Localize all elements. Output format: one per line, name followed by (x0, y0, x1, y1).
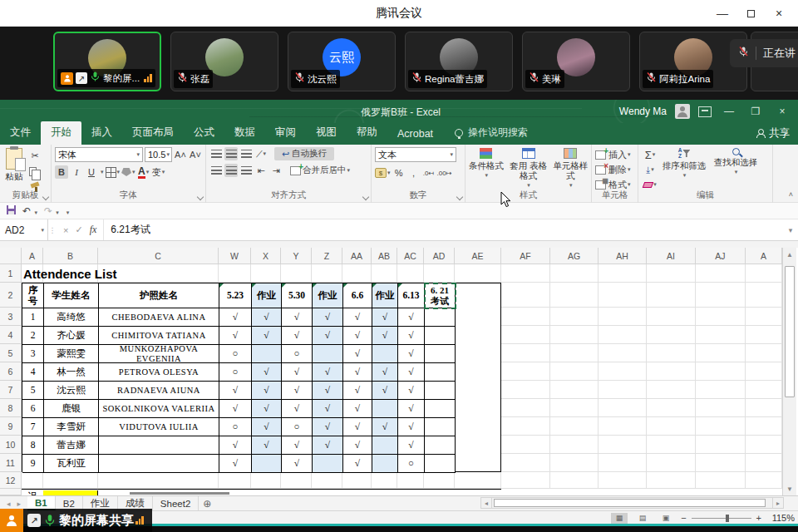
page-break-view-button[interactable]: ▣ (658, 513, 674, 524)
grid-cell[interactable] (746, 399, 782, 417)
cell-mark[interactable]: √ (398, 382, 425, 400)
cell-mark[interactable]: √ (372, 308, 398, 327)
sheet-tab-Sheet2[interactable]: Sheet2 (153, 496, 199, 510)
column-header-W[interactable]: W (219, 248, 251, 264)
grid-cell[interactable] (501, 308, 550, 326)
grid-cell[interactable] (501, 399, 550, 417)
cell-mark[interactable]: ○ (219, 363, 252, 382)
grid-cell[interactable] (696, 472, 746, 489)
participant-tile[interactable]: Regina蕾吉娜 (405, 32, 513, 91)
cell-student-name[interactable]: 沈云熙 (44, 382, 99, 400)
cell-mark[interactable]: √ (252, 436, 282, 455)
cell-student-name[interactable]: 高绮悠 (44, 308, 99, 327)
user-avatar[interactable] (675, 104, 690, 119)
cell-mark[interactable]: √ (372, 382, 398, 400)
grid-cell[interactable] (598, 308, 647, 326)
cell-mark[interactable]: √ (343, 308, 372, 327)
cell-mark[interactable]: √ (343, 327, 372, 345)
column-header-A[interactable]: A (746, 248, 782, 264)
cell-mark[interactable]: √ (219, 400, 252, 418)
italic-button[interactable]: I (70, 165, 83, 179)
grid-cell[interactable] (598, 283, 647, 308)
grid-cell[interactable] (501, 454, 550, 472)
cell-mark[interactable]: √ (343, 382, 372, 400)
column-header-AC[interactable]: AC (397, 248, 424, 264)
grid-cell[interactable] (550, 472, 598, 489)
column-header-AF[interactable]: AF (501, 248, 550, 264)
row-header-9[interactable]: 9 (0, 417, 22, 436)
column-header-Y[interactable]: Y (281, 248, 312, 264)
cell-mark[interactable]: ○ (282, 418, 313, 436)
cell-mark[interactable]: √ (219, 382, 252, 400)
grid-cell[interactable] (647, 454, 696, 472)
grid-cell[interactable] (501, 436, 550, 454)
cell-mark[interactable]: √ (343, 436, 372, 455)
participant-tile[interactable]: ↗ 黎的屏... (53, 32, 161, 91)
cell-mark[interactable] (372, 436, 398, 455)
cell-mark[interactable] (372, 400, 398, 418)
grid-cell[interactable] (550, 381, 598, 399)
cell-no[interactable]: 5 (22, 382, 44, 400)
cell-mark[interactable]: √ (372, 418, 398, 436)
cell-passport-name[interactable] (99, 455, 219, 473)
grid-cell[interactable] (550, 454, 598, 472)
cell-student-name[interactable]: 蕾吉娜 (44, 436, 99, 455)
row-header-4[interactable]: 4 (0, 326, 22, 344)
cell-mark[interactable]: √ (252, 382, 282, 400)
grid-cell[interactable] (647, 264, 696, 283)
grid-cell[interactable] (746, 436, 782, 454)
phonetic-guide-button[interactable]: 变▾ (152, 165, 165, 179)
grid-cell[interactable] (696, 264, 746, 283)
orientation-button[interactable]: ⟋▾ (254, 147, 268, 160)
bold-button[interactable]: B (55, 165, 68, 179)
redo-button[interactable]: ↷ ▾ (44, 205, 59, 217)
grid-cell[interactable] (550, 283, 598, 308)
grid-cell[interactable] (43, 472, 98, 489)
row-header-13[interactable] (0, 489, 22, 495)
cell-no[interactable]: 2 (22, 327, 44, 345)
grid-cell[interactable] (647, 472, 696, 489)
cell-passport-name[interactable]: RADNAEVA AIUNA (99, 382, 219, 400)
header-cell[interactable]: 5.30 (282, 283, 313, 308)
cell-no[interactable]: 1 (22, 308, 44, 327)
grid-cell[interactable] (219, 264, 251, 283)
new-sheet-button[interactable]: ⊕ (199, 496, 215, 510)
align-left-button[interactable] (209, 164, 223, 177)
vscroll-down-icon[interactable]: ▼ (783, 482, 796, 495)
cell-passport-name[interactable]: PETROVA OLESYA (99, 363, 219, 382)
row-header-7[interactable]: 7 (0, 381, 22, 399)
qat-overflow-button[interactable]: ▾ (66, 205, 70, 217)
cell-mark[interactable]: ○ (219, 345, 252, 363)
minimize-button[interactable]: — (708, 0, 736, 27)
grid-cell[interactable] (647, 436, 696, 454)
cell-mark[interactable] (372, 345, 398, 363)
column-header-AI[interactable]: AI (647, 248, 696, 264)
grid-cell[interactable] (501, 264, 550, 283)
cell-mark[interactable]: ○ (282, 345, 313, 363)
cell-student-name[interactable]: 蒙熙雯 (44, 345, 99, 363)
ribbon-display-options-icon[interactable] (698, 106, 712, 117)
shrink-font-button[interactable]: A˅ (189, 148, 202, 161)
grid-cell[interactable] (746, 362, 782, 381)
cell-student-name[interactable]: 瓦利亚 (44, 455, 99, 473)
grid-cell[interactable] (598, 454, 647, 472)
sheet-title-cell[interactable]: Attendence List (23, 267, 117, 281)
close-button[interactable]: × (765, 0, 793, 27)
borders-button[interactable]: ▾ (106, 165, 121, 179)
grid-cell[interactable] (372, 264, 397, 283)
share-button[interactable]: 共享 (756, 126, 790, 140)
cell-mark[interactable]: √ (343, 418, 372, 436)
cell-mark[interactable]: √ (343, 400, 372, 418)
cell-exam[interactable] (425, 363, 456, 382)
cut-button[interactable]: ✂ (28, 149, 42, 162)
column-header-AJ[interactable]: AJ (696, 248, 746, 264)
ribbon-tab-公式[interactable]: 公式 (184, 121, 224, 145)
grid-cell[interactable] (501, 417, 550, 436)
cell-passport-name[interactable]: VIDUTOVA IULIIA (99, 418, 219, 436)
row-header-1[interactable]: 1 (0, 264, 22, 283)
grid-cell[interactable] (746, 326, 782, 344)
row-header-8[interactable]: 8 (0, 399, 22, 417)
grid-cell[interactable] (251, 472, 281, 489)
cell-mark[interactable]: √ (398, 418, 425, 436)
grid-cell[interactable] (598, 472, 647, 489)
